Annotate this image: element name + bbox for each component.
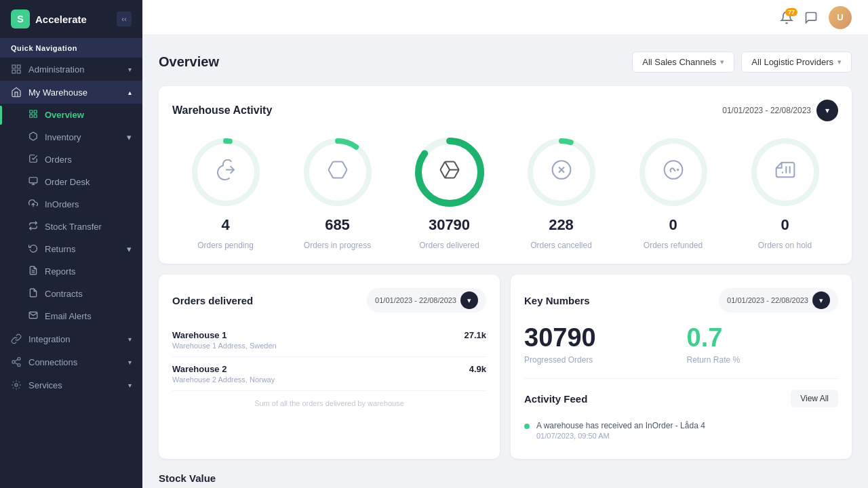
sidebar-item-stock-transfer[interactable]: Stock Transfer [0, 216, 142, 238]
reports-icon [28, 266, 38, 277]
sidebar-item-order-desk[interactable]: Order Desk [0, 171, 142, 193]
stock-value-section: Stock Value [159, 470, 852, 485]
sidebar-collapse-button[interactable]: ‹‹ [117, 12, 132, 26]
sidebar-item-contracts-label: Contracts [45, 289, 83, 299]
sidebar-item-integration-label: Integration [28, 334, 70, 344]
chat-button[interactable] [804, 11, 818, 24]
activity-feed-header: Activity Feed View All [524, 390, 838, 407]
progressed-orders-label: Progressed Orders [524, 355, 676, 365]
sidebar-header: S Accelerate ‹‹ [0, 0, 142, 39]
stat-refunded-number: 0 [669, 216, 677, 234]
date-range-text: 01/01/2023 - 22/08/2023 [722, 106, 811, 115]
sidebar-item-my-warehouse[interactable]: My Warehouse ▴ [0, 81, 142, 104]
warehouse-1-name: Warehouse 1 [172, 330, 277, 340]
chevron-down-icon: ▾ [128, 66, 132, 73]
stat-refunded-label: Orders refunded [644, 241, 703, 250]
user-avatar[interactable]: U [829, 6, 852, 29]
sidebar-item-connections[interactable]: Connections ▾ [0, 350, 142, 373]
logistic-providers-chevron-icon: ▾ [837, 58, 842, 66]
sidebar-item-administration[interactable]: Administration ▾ [0, 58, 142, 81]
svg-line-17 [15, 363, 18, 365]
warehouse-1-address: Warehouse 1 Address, Sweden [172, 342, 277, 350]
orders-date-text: 01/01/2023 - 22/08/2023 [375, 296, 456, 304]
sidebar-item-overview[interactable]: Overview [0, 104, 142, 126]
svg-point-34 [664, 161, 682, 179]
stat-on-hold-number: 0 [781, 216, 789, 234]
sidebar-item-returns-label: Returns [45, 244, 76, 254]
sidebar-item-returns[interactable]: Returns ▾ [0, 238, 142, 260]
sidebar-item-order-desk-label: Order Desk [45, 177, 90, 187]
sidebar-item-integration[interactable]: Integration ▾ [0, 327, 142, 350]
key-numbers-date-toggle-button[interactable]: ▾ [812, 291, 830, 309]
in-progress-icon [327, 159, 349, 186]
email-alerts-icon [28, 310, 38, 322]
key-numbers-date-text: 01/01/2023 - 22/08/2023 [727, 296, 808, 304]
warehouse-1-count: 27.1k [464, 330, 486, 340]
svg-rect-3 [17, 70, 20, 73]
sidebar-item-inorders[interactable]: InOrders [0, 193, 142, 216]
svg-point-19 [15, 384, 18, 386]
stat-pending-number: 4 [221, 216, 229, 234]
orders-date-pill: 01/01/2023 - 22/08/2023 ▾ [367, 288, 486, 312]
orders-icon [28, 154, 38, 165]
notifications-button[interactable]: 77 [780, 11, 793, 24]
svg-rect-2 [12, 70, 16, 73]
warehouse-2-name: Warehouse 2 [172, 364, 275, 374]
inorders-icon [28, 199, 38, 210]
grid-icon [11, 64, 22, 75]
sidebar-item-my-warehouse-label: My Warehouse [28, 87, 87, 98]
svg-point-35 [677, 169, 678, 170]
table-row: Warehouse 1 Warehouse 1 Address, Sweden … [172, 323, 486, 357]
stat-cancelled: 228 Orders cancelled [524, 135, 599, 250]
topbar: 77 U [142, 0, 868, 35]
contracts-icon [28, 288, 38, 300]
svg-rect-0 [12, 65, 16, 68]
logistic-providers-filter[interactable]: All Logistic Providers ▾ [741, 52, 852, 73]
delivered-icon [439, 159, 460, 186]
sidebar-item-orders[interactable]: Orders [0, 148, 142, 171]
date-range-toggle-button[interactable]: ▾ [816, 100, 838, 121]
sidebar-item-inorders-label: InOrders [45, 199, 79, 209]
orders-date-toggle-button[interactable]: ▾ [460, 291, 478, 309]
sidebar-item-email-alerts[interactable]: Email Alerts [0, 305, 142, 327]
sidebar-item-inventory[interactable]: Inventory ▾ [0, 126, 142, 148]
stat-delivered-label: Orders delivered [419, 241, 479, 250]
overview-icon [28, 109, 38, 121]
services-icon [11, 380, 22, 390]
sidebar: S Accelerate ‹‹ Quick Navigation Adminis… [0, 0, 142, 488]
stat-cancelled-number: 228 [549, 216, 574, 234]
view-all-button[interactable]: View All [791, 390, 838, 407]
sidebar-item-reports[interactable]: Reports [0, 260, 142, 283]
return-rate-number: 0.7 [687, 323, 839, 352]
app-logo: S [11, 9, 30, 28]
warehouse-icon [11, 87, 22, 98]
activity-feed-section: Activity Feed View All A warehouse has r… [524, 378, 838, 445]
stat-cancelled-label: Orders cancelled [530, 241, 592, 250]
sales-channels-filter[interactable]: All Sales Channels ▾ [632, 52, 734, 73]
svg-point-14 [18, 357, 20, 360]
connections-chevron-icon: ▾ [128, 359, 132, 366]
sidebar-item-orders-label: Orders [45, 155, 72, 165]
svg-point-15 [12, 361, 15, 363]
pending-icon [215, 159, 237, 186]
warehouse-activity-header: Warehouse Activity 01/01/2023 - 22/08/20… [172, 100, 838, 121]
main-content: 77 U Overview All Sales Channels ▾ All L… [142, 0, 868, 488]
key-numbers-inner: 30790 Progressed Orders 0.7 Return Rate … [524, 323, 838, 365]
sidebar-item-overview-label: Overview [45, 110, 84, 120]
sidebar-item-connections-label: Connections [28, 357, 77, 367]
orders-delivered-card: Orders delivered 01/01/2023 - 22/08/2023… [159, 274, 500, 459]
feed-dot-icon [524, 424, 530, 429]
sidebar-item-services[interactable]: Services ▾ [0, 373, 142, 396]
inventory-chevron-icon: ▾ [127, 132, 132, 142]
feed-item-time: 01/07/2023, 09:50 AM [536, 432, 705, 440]
bottom-row: Orders delivered 01/01/2023 - 22/08/2023… [159, 274, 852, 470]
sidebar-item-contracts[interactable]: Contracts [0, 283, 142, 305]
key-numbers-card: Key Numbers 01/01/2023 - 22/08/2023 ▾ 30… [511, 274, 852, 459]
sum-note: Sum of all the orders delivered by wareh… [172, 391, 486, 407]
page-title: Overview [159, 54, 219, 70]
quick-navigation-label: Quick Navigation [0, 39, 142, 58]
stats-row: 4 Orders pending [172, 135, 838, 250]
warehouse-activity-card: Warehouse Activity 01/01/2023 - 22/08/20… [159, 86, 852, 264]
refunded-icon [663, 159, 684, 186]
overview-filters: All Sales Channels ▾ All Logistic Provid… [632, 52, 852, 73]
